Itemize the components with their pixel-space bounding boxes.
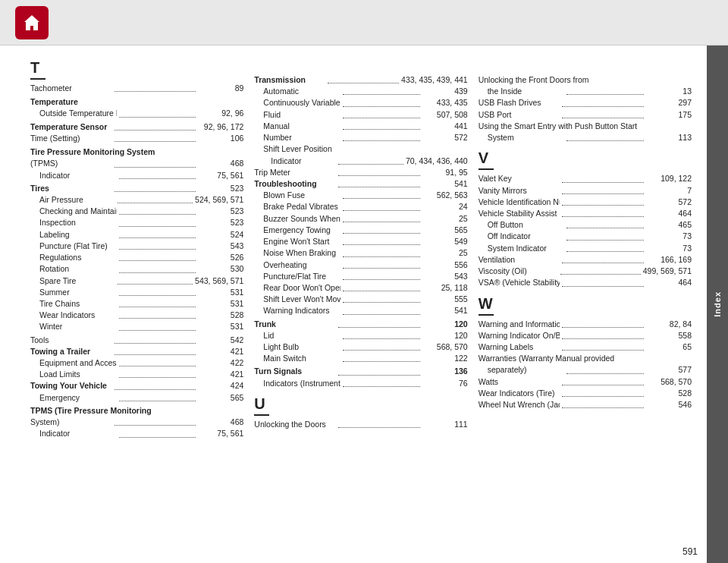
- list-item: Wear Indicators 528: [30, 310, 243, 321]
- list-item: Overheating 556: [254, 259, 467, 271]
- list-item: Tachometer 89: [30, 83, 243, 94]
- sidebar-tab-label: Index: [713, 291, 722, 317]
- list-item: Automatic 439: [254, 86, 467, 97]
- list-item: Tire Chains 531: [30, 298, 243, 310]
- list-item: Troubleshooting 541: [254, 178, 467, 190]
- list-item: Trunk 120: [254, 319, 467, 330]
- list-item: Wear Indicators (Tire) 528: [479, 388, 692, 399]
- list-item: Inspection 523: [30, 217, 243, 228]
- list-item: Indicator 70, 434, 436, 440: [254, 156, 467, 167]
- list-item: Light Bulb 568, 570: [254, 341, 467, 353]
- list-item: Warning Indicators 541: [254, 305, 467, 316]
- list-item: Vehicle Identification Number 572: [479, 197, 692, 208]
- list-item: Fluid 507, 508: [254, 109, 467, 121]
- list-item: Number 572: [254, 132, 467, 143]
- list-item: Turn Signals 136: [254, 366, 467, 377]
- list-item: System) 468: [30, 417, 243, 428]
- list-item: Shift Lever Position: [254, 143, 467, 155]
- col1: T Tachometer 89 Temperature Outside Temp…: [30, 59, 254, 555]
- list-item: Outside Temperature Display 92, 96: [30, 108, 243, 119]
- list-item: Indicators (Instrument Panel) 76: [254, 378, 467, 389]
- list-item: Unlocking the Front Doors from: [479, 74, 692, 86]
- main-content: T Tachometer 89 Temperature Outside Temp…: [0, 46, 707, 563]
- list-item: Winter 531: [30, 321, 243, 332]
- list-item: Regulations 526: [30, 252, 243, 263]
- list-item: Puncture (Flat Tire) 543: [30, 241, 243, 252]
- section-letter-w: W: [479, 295, 494, 316]
- list-item: Checking and Maintaining 523: [30, 206, 243, 217]
- right-sidebar: Index: [707, 46, 728, 563]
- list-item: Vehicle Stability Assist (VSA®) 464: [479, 208, 692, 219]
- list-item: System Indicator 73: [479, 243, 692, 254]
- list-item: Indicator 75, 561: [30, 428, 243, 439]
- page-number: 591: [682, 546, 698, 557]
- col3: Unlocking the Front Doors from the Insid…: [479, 59, 692, 555]
- list-item: Warranties (Warranty Manual provided: [479, 353, 692, 364]
- list-item: USB Flash Drives 297: [479, 97, 692, 109]
- list-item: Load Limits 421: [30, 369, 243, 380]
- list-item: Transmission 433, 435, 439, 441: [254, 74, 467, 86]
- list-item: Rotation 530: [30, 263, 243, 275]
- list-item: Air Pressure 524, 569, 571: [30, 194, 243, 206]
- list-item: the Inside 13: [479, 86, 692, 97]
- list-item: Summer 531: [30, 287, 243, 298]
- list-item: Time (Setting) 106: [30, 133, 243, 144]
- home-icon: [21, 12, 42, 33]
- section-letter-v: V: [479, 149, 494, 170]
- list-item: Tools 542: [30, 335, 243, 346]
- section-letter-t: T: [30, 59, 46, 80]
- list-item: Main Switch 122: [254, 353, 467, 364]
- list-item: Rear Door Won't Open 25, 118: [254, 282, 467, 294]
- list-item: Ventilation 166, 169: [479, 254, 692, 266]
- list-item: Emergency Towing 565: [254, 225, 467, 236]
- list-item: Viscosity (Oil) 499, 569, 571: [479, 266, 692, 277]
- list-item: Wheel Nut Wrench (Jack Handle) 546: [479, 399, 692, 410]
- list-item: Towing a Trailer 421: [30, 346, 243, 357]
- list-item: Continuously Variable (CVT) 433, 435: [254, 97, 467, 109]
- list-item: Watts 568, 570: [479, 376, 692, 388]
- list-item: Vanity Mirrors 7: [479, 185, 692, 197]
- list-item: (TPMS) 468: [30, 158, 243, 169]
- page-wrapper: T Tachometer 89 Temperature Outside Temp…: [0, 0, 728, 563]
- list-item: Blown Fuse 562, 563: [254, 190, 467, 201]
- list-item: Tires 523: [30, 183, 243, 194]
- list-item: Warning Labels 65: [479, 341, 692, 353]
- list-item: Towing Your Vehicle 424: [30, 380, 243, 392]
- list-item: Manual 441: [254, 121, 467, 132]
- list-item: separately) 577: [479, 364, 692, 376]
- list-item: Engine Won't Start 549: [254, 236, 467, 247]
- list-item: Off Button 465: [479, 219, 692, 231]
- columns: T Tachometer 89 Temperature Outside Temp…: [30, 59, 692, 555]
- section-letter-u: U: [254, 395, 269, 416]
- list-item: Temperature Sensor 92, 96, 172: [30, 121, 243, 133]
- content-area: T Tachometer 89 Temperature Outside Temp…: [0, 46, 728, 563]
- svg-marker-0: [24, 15, 39, 30]
- list-item: Unlocking the Doors 111: [254, 419, 467, 430]
- list-item: Emergency 565: [30, 392, 243, 404]
- list-item: Equipment and Accessories 422: [30, 357, 243, 369]
- list-item: Temperature: [30, 96, 243, 108]
- list-item: Shift Lever Won't Move 555: [254, 294, 467, 305]
- list-item: Trip Meter 91, 95: [254, 167, 467, 178]
- col2: Transmission 433, 435, 439, 441 Automati…: [254, 59, 478, 555]
- list-item: Warning Indicator On/Blinking 558: [479, 330, 692, 341]
- list-item: Labeling 524: [30, 229, 243, 241]
- list-item: Using the Smart Entry with Push Button S…: [479, 121, 692, 132]
- list-item: VSA® (Vehicle Stability Assist) 464: [479, 277, 692, 288]
- list-item: Puncture/Flat Tire 543: [254, 271, 467, 282]
- list-item: Off Indicator 73: [479, 231, 692, 242]
- list-item: Noise When Braking 25: [254, 247, 467, 259]
- list-item: Brake Pedal Vibrates 24: [254, 201, 467, 212]
- list-item: System 113: [479, 132, 692, 143]
- list-item: USB Port 175: [479, 109, 692, 121]
- list-item: Lid 120: [254, 330, 467, 341]
- list-item: TPMS (Tire Pressure Monitoring: [30, 405, 243, 417]
- list-item: Tire Pressure Monitoring System: [30, 146, 243, 158]
- list-item: Spare Tire 543, 569, 571: [30, 275, 243, 287]
- home-icon-box[interactable]: [15, 6, 49, 39]
- list-item: Indicator 75, 561: [30, 170, 243, 181]
- list-item: Buzzer Sounds When Opening Door 25: [254, 213, 467, 225]
- list-item: Valet Key 109, 122: [479, 173, 692, 184]
- top-bar: [0, 0, 728, 46]
- list-item: Warning and Information Messages 82, 84: [479, 319, 692, 330]
